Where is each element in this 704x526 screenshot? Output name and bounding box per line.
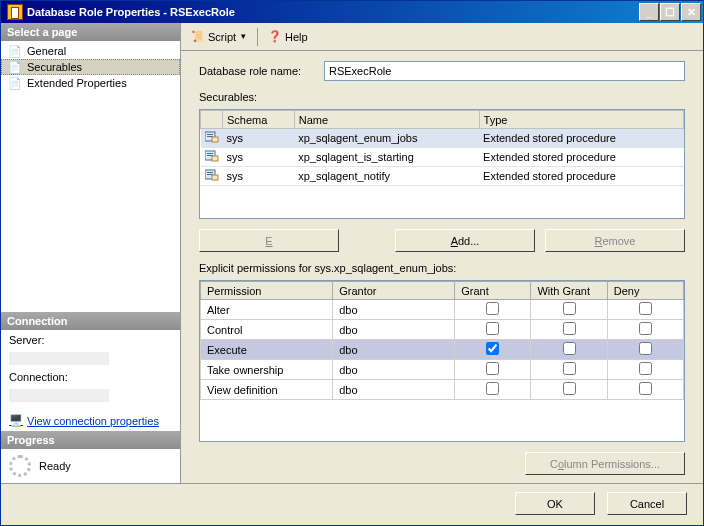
col-deny[interactable]: Deny [607, 282, 683, 300]
grant-checkbox[interactable] [486, 302, 499, 315]
nav-general-label: General [27, 45, 66, 57]
add-button[interactable]: Add... [395, 229, 535, 252]
connection-label: Connection: [9, 371, 172, 383]
nav-extended-label: Extended Properties [27, 77, 127, 89]
cell-permission: Execute [201, 340, 333, 360]
stored-procedure-icon [205, 150, 219, 162]
withgrant-checkbox[interactable] [563, 302, 576, 315]
script-button[interactable]: 📜 Script ▼ [187, 28, 251, 45]
permission-row[interactable]: View definitiondbo [201, 380, 684, 400]
cell-type: Extended stored procedure [479, 167, 683, 186]
effective-permissions-button[interactable]: E [199, 229, 339, 252]
cell-permission: View definition [201, 380, 333, 400]
dropdown-arrow-icon[interactable]: ▼ [239, 32, 247, 41]
toolbar: 📜 Script ▼ ❓ Help [181, 23, 703, 51]
permission-row[interactable]: Alterdbo [201, 300, 684, 320]
svg-rect-9 [207, 172, 213, 173]
withgrant-checkbox[interactable] [563, 362, 576, 375]
withgrant-checkbox[interactable] [563, 342, 576, 355]
role-name-label: Database role name: [199, 65, 314, 77]
svg-rect-5 [207, 153, 213, 154]
grant-checkbox[interactable] [486, 382, 499, 395]
withgrant-checkbox[interactable] [563, 322, 576, 335]
connection-icon: 🖥️ [9, 414, 23, 427]
deny-checkbox[interactable] [639, 362, 652, 375]
role-name-input[interactable] [324, 61, 685, 81]
col-name[interactable]: Name [294, 111, 479, 129]
stored-procedure-icon [205, 169, 219, 181]
server-value [9, 352, 109, 365]
stored-procedure-icon [205, 131, 219, 143]
deny-checkbox[interactable] [639, 382, 652, 395]
cell-grantor: dbo [333, 340, 455, 360]
permission-row[interactable]: Executedbo [201, 340, 684, 360]
securables-grid[interactable]: Schema Name Type sysxp_sqlagent_enum_job… [199, 109, 685, 219]
permissions-grid[interactable]: Permission Grantor Grant With Grant Deny… [199, 280, 685, 442]
nav-general[interactable]: 📄 General [1, 43, 180, 59]
cell-grantor: dbo [333, 360, 455, 380]
progress-spinner-icon [9, 455, 31, 477]
deny-checkbox[interactable] [639, 342, 652, 355]
permission-row[interactable]: Take ownershipdbo [201, 360, 684, 380]
help-button[interactable]: ❓ Help [264, 28, 312, 45]
cell-schema: sys [223, 167, 295, 186]
cell-grantor: dbo [333, 300, 455, 320]
cell-name: xp_sqlagent_is_starting [294, 148, 479, 167]
left-panel: Select a page 📄 General 📄 Securables 📄 E… [1, 23, 181, 483]
help-icon: ❓ [268, 30, 282, 43]
cell-grantor: dbo [333, 380, 455, 400]
page-icon: 📄 [7, 44, 23, 58]
securable-row[interactable]: sysxp_sqlagent_notifyExtended stored pro… [201, 167, 684, 186]
securables-label: Securables: [199, 91, 685, 103]
nav-securables[interactable]: 📄 Securables [1, 59, 180, 75]
nav-securables-label: Securables [27, 61, 82, 73]
securable-row[interactable]: sysxp_sqlagent_is_startingExtended store… [201, 148, 684, 167]
deny-checkbox[interactable] [639, 322, 652, 335]
cancel-button[interactable]: Cancel [607, 492, 687, 515]
securable-row[interactable]: sysxp_sqlagent_enum_jobsExtended stored … [201, 129, 684, 148]
connection-value [9, 389, 109, 402]
title-bar: Database Role Properties - RSExecRole _ … [1, 1, 703, 23]
explicit-permissions-label: Explicit permissions for sys.xp_sqlagent… [199, 262, 685, 274]
window-title: Database Role Properties - RSExecRole [27, 6, 639, 18]
grant-checkbox[interactable] [486, 322, 499, 335]
col-permission[interactable]: Permission [201, 282, 333, 300]
script-label: Script [208, 31, 236, 43]
col-grant[interactable]: Grant [455, 282, 531, 300]
progress-header: Progress [1, 431, 180, 449]
cell-name: xp_sqlagent_notify [294, 167, 479, 186]
cell-permission: Control [201, 320, 333, 340]
connection-header: Connection [1, 312, 180, 330]
dialog-footer: OK Cancel [1, 483, 703, 523]
column-permissions-button[interactable]: Column Permissions... [525, 452, 685, 475]
select-page-header: Select a page [1, 23, 180, 41]
grant-checkbox[interactable] [486, 342, 499, 355]
cell-type: Extended stored procedure [479, 129, 683, 148]
svg-rect-7 [212, 156, 218, 161]
grant-checkbox[interactable] [486, 362, 499, 375]
app-icon [7, 4, 23, 20]
close-button[interactable]: ✕ [681, 3, 701, 21]
progress-status: Ready [39, 460, 71, 472]
cell-permission: Take ownership [201, 360, 333, 380]
maximize-button[interactable]: ☐ [660, 3, 680, 21]
ok-button[interactable]: OK [515, 492, 595, 515]
cell-permission: Alter [201, 300, 333, 320]
col-grantor[interactable]: Grantor [333, 282, 455, 300]
toolbar-divider [257, 28, 258, 46]
deny-checkbox[interactable] [639, 302, 652, 315]
svg-rect-11 [212, 175, 218, 180]
cell-grantor: dbo [333, 320, 455, 340]
cell-schema: sys [223, 129, 295, 148]
server-label: Server: [9, 334, 172, 346]
col-withgrant[interactable]: With Grant [531, 282, 607, 300]
view-connection-properties-link[interactable]: 🖥️ View connection properties [9, 414, 172, 427]
col-schema[interactable]: Schema [223, 111, 295, 129]
nav-extended-properties[interactable]: 📄 Extended Properties [1, 75, 180, 91]
help-label: Help [285, 31, 308, 43]
col-type[interactable]: Type [479, 111, 683, 129]
permission-row[interactable]: Controldbo [201, 320, 684, 340]
minimize-button[interactable]: _ [639, 3, 659, 21]
withgrant-checkbox[interactable] [563, 382, 576, 395]
remove-button[interactable]: Remove [545, 229, 685, 252]
